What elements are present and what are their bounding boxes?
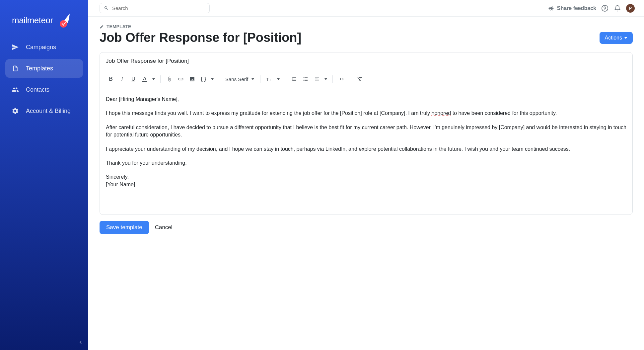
merge-tag-dropdown[interactable] [210,74,215,84]
body-paragraph: Thank you for your understanding. [106,159,626,167]
sidebar-item-label: Templates [26,65,53,72]
body-paragraph: Sincerely, [106,173,626,181]
editor-toolbar: B I U A [100,70,632,88]
image-button[interactable] [187,74,197,84]
underline-button[interactable]: U [128,74,138,84]
pencil-icon [100,25,104,29]
sidebar: mailmeteor Campaigns Templates [0,0,88,350]
code-view-button[interactable] [337,74,347,84]
sidebar-item-label: Contacts [26,86,49,93]
attachment-button[interactable] [165,74,175,84]
topbar: Share feedback P [88,0,644,17]
avatar-initial: P [629,6,632,11]
search-icon [104,6,109,11]
sidebar-item-campaigns[interactable]: Campaigns [5,38,83,56]
body-paragraph: I appreciate your understanding of my de… [106,145,626,153]
brand-logo[interactable]: mailmeteor [0,6,88,38]
svg-text:A: A [143,76,146,81]
notifications-button[interactable] [613,4,621,12]
italic-button[interactable]: I [117,74,127,84]
brand-name: mailmeteor [12,15,53,26]
sidebar-item-label: Account & Billing [26,108,71,115]
text-color-button[interactable]: A [140,74,150,84]
cancel-button[interactable]: Cancel [155,224,173,231]
send-icon [11,43,19,51]
body-paragraph: [Your Name] [106,181,626,188]
sidebar-nav: Campaigns Templates Contacts Account & B… [0,38,88,120]
feedback-label: Share feedback [557,5,596,11]
page-header: Job Offer Response for [Position] Action… [100,31,633,45]
editor-card: Job Offer Response for [Position] B I U … [100,52,633,215]
svg-text:T: T [266,77,269,82]
svg-text:T: T [269,78,271,82]
font-size-button[interactable]: TT [264,74,274,84]
footer-actions: Save template Cancel [100,221,633,234]
sidebar-item-templates[interactable]: Templates [5,59,83,78]
gear-icon [11,107,19,115]
comet-icon [56,12,72,29]
caret-down-icon [624,37,627,39]
actions-dropdown[interactable]: Actions [600,32,633,44]
link-button[interactable] [176,74,186,84]
svg-rect-4 [142,81,147,82]
sidebar-item-contacts[interactable]: Contacts [5,80,83,99]
main: Share feedback P TEMPLATE Job Offer Resp… [88,0,644,350]
clear-formatting-button[interactable] [355,74,365,84]
subject-input[interactable]: Job Offer Response for [Position] [100,52,632,70]
editor-body[interactable]: Dear [Hiring Manager's Name], I hope thi… [100,88,632,215]
share-feedback-button[interactable]: Share feedback [548,5,596,12]
avatar[interactable]: P [626,4,635,13]
body-paragraph: I hope this message finds you well. I wa… [106,110,626,117]
body-paragraph: Dear [Hiring Manager's Name], [106,96,626,103]
svg-point-2 [605,10,605,10]
help-button[interactable] [601,4,609,12]
body-paragraph: After careful consideration, I have deci… [106,124,626,139]
svg-point-0 [60,20,67,28]
text-color-dropdown[interactable] [151,74,156,84]
search-input[interactable] [112,5,205,11]
content: TEMPLATE Job Offer Response for [Positio… [88,17,644,350]
collapse-sidebar-button[interactable] [78,339,84,345]
search-wrap[interactable] [100,3,210,13]
ordered-list-button[interactable] [289,74,299,84]
sidebar-item-account-billing[interactable]: Account & Billing [5,102,83,120]
breadcrumb-label: TEMPLATE [107,24,131,29]
actions-label: Actions [605,35,622,41]
save-template-button[interactable]: Save template [100,221,149,234]
font-family-select[interactable]: Sans Serif [223,76,256,82]
megaphone-icon [548,5,554,12]
font-size-dropdown[interactable] [276,74,281,84]
font-family-label: Sans Serif [225,76,248,82]
unordered-list-button[interactable] [301,74,311,84]
align-dropdown[interactable] [323,74,328,84]
document-icon [11,64,19,72]
sidebar-item-label: Campaigns [26,44,56,51]
breadcrumb: TEMPLATE [100,24,633,29]
merge-tag-button[interactable]: { } [198,74,208,84]
people-icon [11,86,19,94]
bold-button[interactable]: B [106,74,116,84]
align-button[interactable] [312,74,322,84]
page-title: Job Offer Response for [Position] [100,31,301,45]
